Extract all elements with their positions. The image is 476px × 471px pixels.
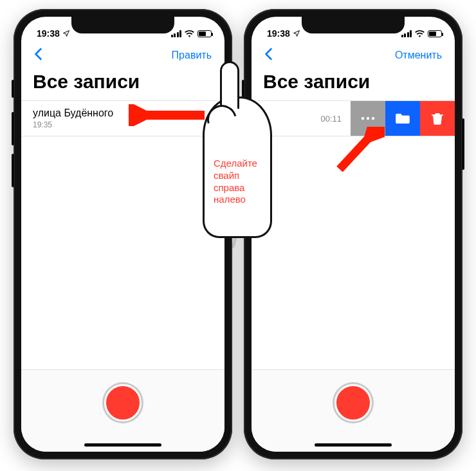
status-time: 19:38 (267, 28, 290, 39)
swipe-arrow-icon (129, 104, 206, 126)
notch (71, 17, 174, 33)
record-toolbar (252, 369, 455, 452)
battery-icon (428, 30, 442, 37)
delete-button[interactable] (420, 101, 455, 136)
home-indicator[interactable] (84, 443, 161, 447)
home-indicator[interactable] (315, 443, 392, 447)
recordings-list: улица Будённого 19:35 (21, 100, 224, 369)
recording-duration: 00:11 (317, 114, 351, 124)
record-button[interactable] (104, 384, 142, 421)
battery-icon (197, 30, 212, 37)
phone-frame-right: 19:38 Отменить Все записи 00:11 (244, 9, 462, 459)
record-toolbar (21, 369, 224, 452)
nav-bar: Править (21, 42, 224, 68)
page-title: Все записи (21, 68, 224, 100)
folder-button[interactable] (385, 101, 420, 136)
signal-icon (171, 30, 182, 37)
cancel-button[interactable]: Отменить (391, 47, 446, 64)
record-button[interactable] (334, 384, 372, 421)
wifi-icon (415, 30, 425, 37)
more-icon (361, 116, 375, 120)
folder-icon (396, 113, 410, 124)
signal-icon (401, 30, 412, 37)
svg-point-0 (362, 117, 364, 120)
callout-arrow-icon (333, 127, 385, 172)
wifi-icon (185, 30, 194, 37)
svg-point-1 (367, 117, 369, 120)
page-title: Все записи (252, 68, 455, 100)
notch (302, 17, 405, 33)
nav-bar: Отменить (252, 42, 455, 68)
svg-point-2 (372, 117, 374, 120)
back-button[interactable] (30, 44, 46, 67)
svg-line-4 (340, 133, 373, 169)
trash-icon (432, 112, 443, 125)
phone-frame-left: 19:38 Править Все записи у (14, 9, 232, 459)
chevron-left-icon (264, 48, 273, 60)
status-time: 19:38 (37, 28, 60, 39)
chevron-left-icon (34, 48, 42, 60)
location-icon (62, 30, 70, 37)
location-icon (293, 30, 300, 37)
edit-button[interactable]: Править (168, 47, 215, 64)
back-button[interactable] (261, 44, 277, 67)
